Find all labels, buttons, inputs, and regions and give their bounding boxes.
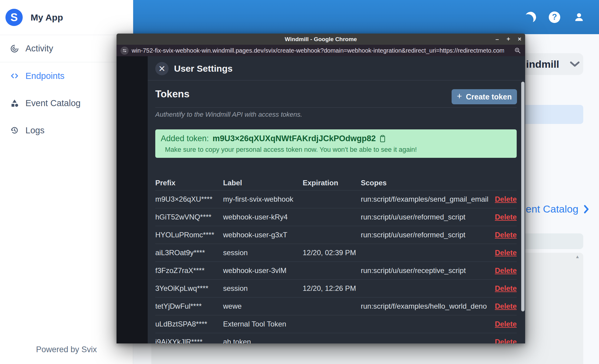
minimize-button[interactable]: – [492,34,503,45]
token-label-cell: webhook-user-g3xT [223,231,303,239]
token-prefix-cell: aiL3ROat9y**** [155,249,223,257]
close-window-button[interactable]: × [514,34,525,45]
app-header: S My App [0,0,133,35]
sidebar-item-label: Activity [25,44,53,54]
url-input[interactable]: win-752-fix-svix-webhook-win.windmill.pa… [132,47,504,54]
table-row: HYOLuPRomc**** webhook-user-g3xT run:scr… [155,226,517,244]
site-info-button[interactable] [120,47,129,55]
delete-link[interactable]: Delete [495,266,517,275]
url-bar[interactable]: win-752-fix-svix-webhook-win.windmill.pa… [117,45,525,56]
dark-mode-moon-icon[interactable] [524,11,537,24]
activity-icon [10,44,19,53]
table-row: f3FzoZ7raX**** webhook-user-3vlM run:scr… [155,262,517,279]
token-prefix-cell: m9U3×26qXU**** [155,195,223,203]
delete-link[interactable]: Delete [495,213,517,221]
token-prefix-cell: f3FzoZ7raX**** [155,266,223,275]
maximize-button[interactable]: + [503,34,514,45]
token-prefix-cell: i9AjXYkJlR**** [155,338,223,343]
table-row: hGiT52wVNQ**** webhook-user-kRy4 run:scr… [155,208,517,226]
table-row: tetYjDwFul**** wewe run:script/f/example… [155,297,517,315]
drawer-scrollbar-thumb[interactable] [521,82,525,311]
create-token-label: Create token [466,93,512,101]
sidebar-item-event-catalog[interactable]: Event Catalog [0,89,133,117]
shapes-icon [10,99,19,108]
banner-note: Make sure to copy your personal access t… [165,146,511,154]
token-scopes-cell: run:script/f/examples/send_gmail_email [361,195,491,203]
col-prefix: Prefix [155,179,223,187]
tokens-subtitle: Authentify to the Windmill API with acce… [155,111,302,119]
token-label-cell: External Tool Token [223,320,303,328]
chevron-down-icon [570,61,580,67]
close-drawer-button[interactable]: ✕ [155,62,169,75]
divider [148,80,525,80]
drawer-title: User Settings [174,63,232,74]
token-label-cell: ah token [223,338,303,343]
zoom-icon[interactable] [514,47,521,54]
code-brackets-icon [10,71,19,80]
token-expiration-cell: 12/20, 12:26 PM [303,284,361,293]
token-scopes-cell: run:script/f/examples/hello_world_deno [361,302,491,310]
token-scopes-cell: run:script/u/user/reformed_script [361,213,491,221]
token-label-cell: session [223,284,303,293]
delete-link[interactable]: Delete [495,320,517,328]
token-label-cell: session [223,249,303,257]
token-label-cell: webhook-user-3vlM [223,266,303,275]
powered-by-svix: Powered by Svix [0,345,133,354]
event-catalog-link-label: ent Catalog [526,203,578,215]
tokens-table-header: Prefix Label Expiration Scopes [155,176,517,190]
sidebar-item-endpoints[interactable]: Endpoints [0,62,133,89]
delete-link[interactable]: Delete [495,284,517,293]
user-settings-drawer: ✕ User Settings Tokens + Create token Au… [148,56,525,343]
table-row: 3YeOiKpLwq**** session 12/20, 12:26 PM D… [155,279,517,297]
user-icon[interactable] [573,11,585,23]
table-row: m9U3×26qXU**** my-first-svix-webhook run… [155,190,517,208]
sidebar-item-label: Endpoints [25,71,64,81]
table-row: uLdBztSPA8**** External Tool Token Delet… [155,315,517,333]
table-row: i9AjXYkJlR**** ah token Delete [155,333,517,343]
event-catalog-link[interactable]: ent Catalog [526,203,590,215]
token-prefix-cell: tetYjDwFul**** [155,302,223,310]
delete-link[interactable]: Delete [495,338,517,343]
token-value: m9U3×26qXUXqNWtFAKrdjJCkPOdwgp82 [212,134,376,143]
workspace-name: indmill [526,58,559,70]
plus-icon: + [457,91,462,101]
sidebar-item-label: Event Catalog [25,98,81,108]
col-scopes: Scopes [361,179,491,187]
col-label: Label [223,179,303,187]
divider [155,107,517,108]
token-scopes-cell: run:script/u/user/reformed_script [361,231,491,239]
app-name: My App [31,12,63,23]
token-prefix-cell: 3YeOiKpLwq**** [155,284,223,293]
scrollbar-up-arrow-icon[interactable]: ▲ [575,254,580,259]
token-scopes-cell: run:script/u/user/receptive_script [361,266,491,275]
window-titlebar[interactable]: Windmill - Google Chrome – + × [117,34,525,45]
delete-link[interactable]: Delete [495,302,517,310]
delete-link[interactable]: Delete [495,231,517,239]
chevron-right-icon [583,205,590,214]
sidebar: S My App Activity Endpoints Event Catalo… [0,0,133,364]
token-label-cell: my-first-svix-webhook [223,195,303,203]
delete-link[interactable]: Delete [495,249,517,257]
history-clock-icon [10,126,19,135]
copy-clipboard-icon[interactable] [380,135,386,143]
sidebar-item-label: Logs [25,125,44,135]
token-prefix-cell: uLdBztSPA8**** [155,320,223,328]
svix-logo-icon: S [5,9,23,26]
tokens-section-title: Tokens [155,88,189,100]
sidebar-item-activity[interactable]: Activity [0,35,133,62]
delete-link[interactable]: Delete [495,195,517,203]
tokens-table: Prefix Label Expiration Scopes m9U3×26qX… [155,176,517,343]
banner-prefix: Added token: [161,134,209,143]
token-label-cell: wewe [223,302,303,310]
token-expiration-cell: 12/20, 02:39 PM [303,249,361,257]
create-token-button[interactable]: + Create token [452,89,517,104]
token-added-banner: Added token: m9U3×26qXUXqNWtFAKrdjJCkPOd… [155,129,517,158]
tune-icon [122,48,127,53]
sidebar-item-logs[interactable]: Logs [0,117,133,144]
token-prefix-cell: hGiT52wVNQ**** [155,213,223,221]
token-label-cell: webhook-user-kRy4 [223,213,303,221]
help-icon[interactable]: ? [549,11,560,23]
top-header-bar: ? [133,0,599,34]
page-dim-overlay [117,56,148,343]
browser-viewport: ✕ User Settings Tokens + Create token Au… [117,56,525,343]
